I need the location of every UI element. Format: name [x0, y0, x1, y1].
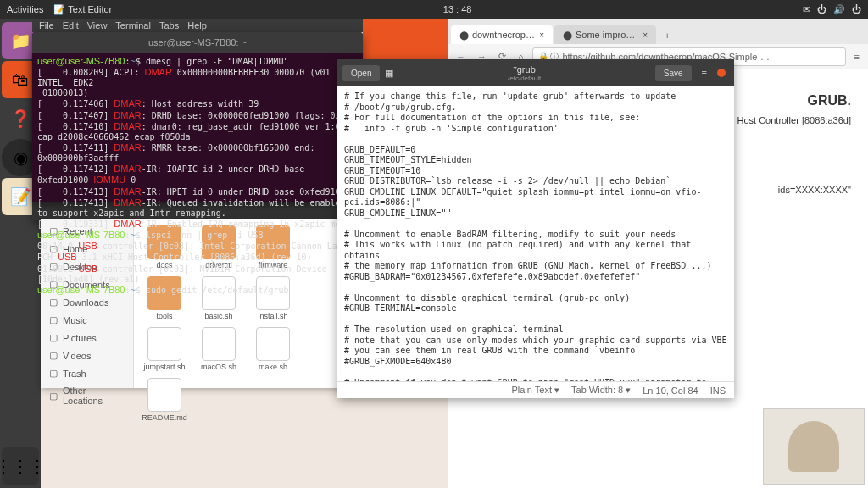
- gedit-headerbar[interactable]: Open ▦ *grub/etc/default Save ≡: [337, 59, 734, 86]
- volume-icon[interactable]: 🔊: [833, 4, 845, 15]
- file-label: macOS.sh: [201, 363, 236, 371]
- folder-icon: ▢: [49, 350, 58, 361]
- new-doc-icon[interactable]: ▦: [385, 68, 393, 79]
- new-tab-button[interactable]: +: [658, 27, 676, 44]
- sidebar-item-videos[interactable]: ▢ Videos: [41, 347, 133, 364]
- file-item[interactable]: README.md: [141, 378, 188, 422]
- file-label: make.sh: [259, 363, 287, 371]
- unknown-window-decoration: [363, 19, 448, 59]
- status-tabwidth[interactable]: Tab Width: 8 ▾: [571, 385, 631, 396]
- menu-edit[interactable]: Edit: [63, 20, 79, 30]
- terminal-body[interactable]: user@user-MS-7B80:~$ dmesg | grep -E "DM…: [32, 53, 363, 299]
- sidebar-item-pictures[interactable]: ▢ Pictures: [41, 329, 133, 347]
- menu-tabs[interactable]: Tabs: [159, 20, 179, 30]
- gedit-textarea[interactable]: # If you change this file, run 'update-g…: [337, 86, 734, 381]
- current-app-label[interactable]: 📝 Text Editor: [53, 4, 112, 15]
- file-item[interactable]: jumpstart.sh: [141, 327, 188, 371]
- tab-github[interactable]: ⬤ downthecrop/macOS-… ×: [451, 25, 553, 44]
- menu-icon[interactable]: ≡: [851, 52, 863, 62]
- terminal-title: user@user-MS-7B80: ~: [148, 37, 247, 47]
- launcher-apps-icon[interactable]: ⋮⋮⋮: [2, 447, 39, 485]
- activities-button[interactable]: Activities: [7, 4, 43, 15]
- terminal-menubar: File Edit View Terminal Tabs Help: [32, 19, 363, 32]
- gnome-topbar: Activities 📝 Text Editor 13 : 48 ✉ ⏻ 🔊 ⏻: [0, 0, 868, 19]
- network-icon[interactable]: ⏻: [817, 4, 826, 14]
- file-label: install.sh: [258, 312, 287, 320]
- gedit-window: Open ▦ *grub/etc/default Save ≡ # If you…: [337, 59, 734, 398]
- folder-icon: ▢: [49, 314, 58, 325]
- file-item[interactable]: make.sh: [249, 327, 297, 371]
- folder-icon: ▢: [49, 368, 58, 379]
- file-label: README.md: [142, 413, 187, 422]
- terminal-titlebar[interactable]: user@user-MS-7B80: ~: [32, 32, 363, 53]
- hamburger-icon[interactable]: ≡: [697, 68, 712, 78]
- document-icon: [202, 327, 236, 361]
- file-label: tools: [156, 312, 172, 320]
- sidebar-item-trash[interactable]: ▢ Trash: [41, 364, 133, 382]
- document-icon: [256, 327, 290, 361]
- webcam-overlay: [763, 408, 865, 485]
- power-icon[interactable]: ⏻: [852, 4, 861, 14]
- menu-terminal[interactable]: Terminal: [115, 20, 151, 30]
- gedit-title: *grub/etc/default: [398, 64, 649, 82]
- webcam-person: [788, 421, 839, 472]
- folder-icon: ▢: [49, 391, 58, 402]
- menu-file[interactable]: File: [39, 20, 54, 30]
- status-position: Ln 10, Col 84: [643, 385, 698, 396]
- terminal-window: user@user-MS-7B80: ~ user@user-MS-7B80:~…: [32, 32, 363, 202]
- menu-help[interactable]: Help: [187, 20, 207, 30]
- sidebar-item-other-locations[interactable]: ▢ Other Locations: [41, 382, 133, 409]
- folder-icon: ▢: [49, 332, 58, 343]
- tab-improvements[interactable]: ⬤ Some improvements · G… ×: [554, 25, 656, 44]
- firefox-tab-strip: ⬤ downthecrop/macOS-… × ⬤ Some improveme…: [448, 19, 868, 44]
- notification-icon[interactable]: ✉: [803, 4, 810, 15]
- document-icon: [147, 327, 181, 361]
- close-icon[interactable]: [717, 69, 726, 77]
- gedit-statusbar: Plain Text ▾ Tab Width: 8 ▾ Ln 10, Col 8…: [337, 381, 734, 398]
- sidebar-item-music[interactable]: ▢ Music: [41, 311, 133, 329]
- menu-view[interactable]: View: [87, 20, 108, 30]
- file-item[interactable]: macOS.sh: [195, 327, 242, 371]
- status-mode[interactable]: INS: [710, 385, 726, 396]
- open-button[interactable]: Open: [342, 65, 380, 81]
- document-icon: [147, 378, 181, 412]
- file-label: basic.sh: [204, 312, 232, 320]
- clock[interactable]: 13 : 48: [443, 4, 472, 14]
- file-label: jumpstart.sh: [143, 363, 185, 371]
- status-lang[interactable]: Plain Text ▾: [511, 385, 559, 396]
- save-button[interactable]: Save: [655, 65, 692, 81]
